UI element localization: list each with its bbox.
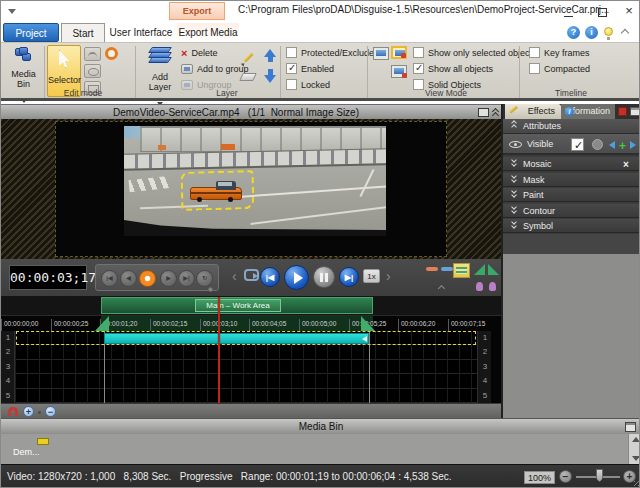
section-symbol[interactable]: Symbol [503, 219, 640, 233]
work-area-in-icon[interactable] [474, 264, 485, 275]
visible-checkbox[interactable] [571, 138, 584, 151]
animation-clock-icon[interactable] [592, 139, 603, 150]
work-area-bar[interactable]: Main – Work Area [101, 297, 373, 314]
previous-chevron-button[interactable]: ‹ [232, 268, 237, 284]
detach-media-bin-icon[interactable] [625, 422, 636, 432]
export-badge[interactable]: Export [169, 2, 225, 20]
step-back-button[interactable]: ◀ [120, 270, 137, 287]
gear-icon[interactable] [208, 287, 213, 292]
section-mosaic[interactable]: Mosaic × [503, 157, 640, 171]
pen-tool-button[interactable] [242, 51, 255, 64]
timeline-zoom-in-button[interactable]: + [23, 406, 34, 417]
range-end-marker-button[interactable] [441, 267, 453, 271]
zoom-slider-thumb[interactable] [596, 469, 603, 482]
next-keyframe-icon[interactable] [630, 141, 636, 149]
help-button[interactable]: ? [567, 26, 580, 39]
tab-effects[interactable]: Effects [505, 104, 561, 119]
info-button[interactable]: i [585, 26, 598, 39]
video-clip[interactable] [104, 333, 369, 345]
media-bin-header[interactable]: Media Bin [1, 418, 640, 434]
work-area-label[interactable]: Main – Work Area [195, 299, 281, 312]
media-item-label[interactable]: Dem... [13, 447, 40, 457]
record-button[interactable] [139, 270, 156, 287]
add-to-group-button[interactable]: Add to group [181, 63, 249, 76]
enabled-checkbox[interactable]: Enabled [286, 63, 334, 74]
playhead[interactable] [218, 297, 220, 403]
compacted-checkbox[interactable]: Compacted [529, 63, 590, 74]
add-layer-button[interactable]: Add Layer [141, 45, 179, 97]
media-bin-scrollbar[interactable] [628, 434, 640, 464]
close-button[interactable]: × [618, 3, 640, 19]
thumbnail-toggle-button[interactable] [453, 263, 470, 278]
track-area[interactable] [15, 331, 477, 403]
media-bin-button[interactable]: Media Bin [5, 45, 42, 97]
tab-information[interactable]: iInformation [561, 104, 615, 119]
maximize-button[interactable] [591, 3, 613, 19]
resize-grip[interactable] [634, 481, 639, 486]
skip-to-end-button[interactable]: ▶| [339, 267, 359, 287]
timeline-tracks[interactable]: 1 2 3 4 5 1 2 3 4 5 [1, 331, 501, 403]
add-keyframe-icon[interactable]: + [619, 136, 626, 157]
section-mask[interactable]: Mask [503, 173, 640, 187]
layer-up-button[interactable] [264, 49, 277, 63]
jump-start-button[interactable]: |◀ [101, 270, 118, 287]
jump-end-button[interactable]: ▶| [178, 270, 195, 287]
playback-speed-box[interactable]: 1x [363, 269, 380, 283]
timeline-zoom-out-button[interactable]: − [45, 406, 56, 417]
collapse-preview-icon[interactable] [492, 109, 500, 117]
section-contour[interactable]: Contour [503, 204, 640, 218]
marker-icon[interactable] [476, 282, 483, 291]
key-frames-checkbox[interactable]: Key frames [529, 47, 590, 58]
minimize-button[interactable] [557, 3, 579, 19]
eraser-tool-button[interactable] [239, 73, 257, 81]
pause-button[interactable] [313, 266, 335, 288]
loop-record-button[interactable]: ↻ [196, 270, 213, 287]
quick-access-caret-icon[interactable] [8, 9, 16, 14]
target-tool-button[interactable] [105, 47, 118, 60]
ellipse-tool-button[interactable] [84, 64, 101, 78]
media-item-thumbnail[interactable] [37, 438, 49, 445]
tab-user-interface[interactable]: User Interface [108, 23, 174, 42]
zoom-out-button[interactable]: − [559, 470, 572, 483]
collapse-ribbon-icon[interactable] [621, 29, 630, 35]
curve-tool-button[interactable] [84, 47, 101, 61]
step-forward-button[interactable]: ▶ [160, 270, 177, 287]
show-all-objects-checkbox[interactable]: Show all objects [413, 63, 493, 74]
work-area-row[interactable]: Main – Work Area [1, 296, 501, 315]
record-state-icon[interactable] [618, 107, 627, 116]
timeline-ruler[interactable]: 00:00:00;00 00:00:00;25 00:00:01;20 00:0… [1, 315, 501, 331]
preview-canvas[interactable] [1, 119, 501, 259]
single-view-monitor-button[interactable] [373, 47, 389, 60]
preview-header[interactable]: DemoVideo-ServiceCar.mp4 (1/1 Normal Ima… [1, 104, 501, 119]
work-area-out-icon[interactable] [488, 264, 499, 275]
tab-start[interactable]: Start [61, 23, 105, 42]
scroll-up-icon[interactable] [632, 437, 640, 442]
delete-button[interactable]: ×Delete [181, 47, 217, 60]
detach-preview-icon[interactable] [478, 108, 489, 117]
result-view-monitor-button[interactable] [391, 65, 407, 78]
protected-checkbox[interactable]: Protected/Excluded [286, 47, 379, 58]
marker-icon[interactable] [489, 282, 496, 291]
layer-down-button[interactable] [264, 69, 277, 83]
tab-export-media[interactable]: Export Media [177, 23, 239, 42]
close-icon[interactable]: × [623, 158, 629, 172]
video-frame[interactable] [124, 126, 386, 236]
split-view-monitor-button[interactable] [391, 46, 407, 59]
play-button[interactable] [284, 265, 309, 290]
tip-lightbulb-icon[interactable] [604, 27, 613, 36]
range-start-marker-button[interactable] [426, 267, 438, 271]
next-chevron-button[interactable]: › [386, 268, 391, 284]
snap-magnet-icon[interactable] [8, 407, 18, 416]
loop-playback-icon[interactable] [244, 269, 259, 281]
expand-caret-icon[interactable] [438, 285, 446, 291]
previous-keyframe-icon[interactable] [609, 141, 615, 149]
section-paint[interactable]: Paint [503, 188, 640, 202]
locked-checkbox[interactable]: Locked [286, 79, 330, 90]
scroll-down-icon[interactable] [632, 456, 640, 461]
media-bin-content[interactable]: Dem... [1, 434, 640, 464]
skip-to-start-button[interactable]: |◀ [260, 267, 280, 287]
detach-panel-icon[interactable] [630, 107, 640, 116]
attributes-header[interactable]: Attributes [503, 119, 640, 134]
tab-project[interactable]: Project [3, 23, 59, 42]
mask-selection-outline[interactable] [181, 170, 255, 211]
